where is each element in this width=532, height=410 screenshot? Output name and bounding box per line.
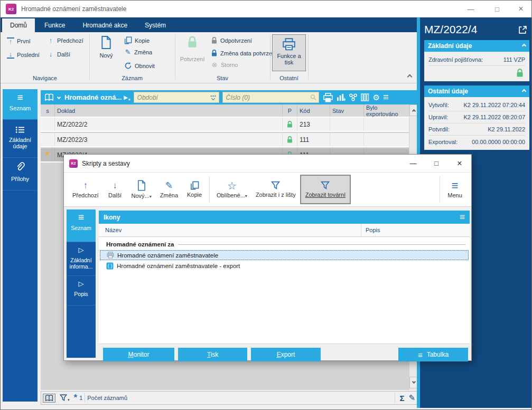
print-icon[interactable] — [323, 93, 333, 102]
caret-down-icon: ▾ — [128, 98, 130, 102]
dialog-next-button[interactable]: ↓Další — [103, 175, 127, 204]
lock-icon-blue — [211, 49, 218, 57]
column-header-s[interactable]: s — [41, 104, 55, 117]
column-header-bylo-exportovano[interactable]: Bylo exportováno — [364, 104, 409, 117]
arrow-down-bar-icon: ↓ — [7, 51, 14, 59]
list-item[interactable]: Hromadné oznámení zaměstnavatele - expor… — [100, 261, 469, 271]
copy-button[interactable]: Kopie — [124, 36, 150, 44]
share-nodes-icon[interactable] — [349, 93, 358, 101]
record-count-label: Počet záznamů — [87, 395, 127, 401]
dialog-previous-button[interactable]: ↑Předchozí — [68, 175, 103, 204]
table-row[interactable]: MZ/2022/3 111 — [41, 133, 409, 147]
table-row[interactable]: MZ/2022/2 213 — [41, 118, 409, 132]
app-logo-icon: K2 — [6, 4, 16, 14]
monitor-button[interactable]: Monitor — [103, 348, 174, 361]
dialog-close-button[interactable]: × — [448, 155, 471, 172]
arrow-down-icon: ↓ — [113, 181, 117, 190]
chevron-down-icon[interactable] — [57, 96, 61, 99]
print-button[interactable]: Tisk — [178, 348, 247, 361]
dialog-content: Ikony ≡ Název Popis Hromadné oznámení za… — [99, 211, 470, 360]
export-button[interactable]: Export — [251, 348, 321, 361]
column-header-popis[interactable]: Popis — [361, 227, 380, 233]
refresh-button[interactable]: Obnovit — [124, 62, 155, 70]
sidebar-item-seznam[interactable]: ≡ Seznam — [3, 89, 38, 120]
edit-pencil-icon[interactable]: ✎ — [408, 393, 415, 403]
column-header-nazev[interactable]: Název — [99, 224, 361, 236]
collapse-chevron-icon[interactable] — [522, 44, 526, 48]
period-filter-input[interactable] — [136, 93, 209, 102]
menu-icon: ≡ — [418, 350, 423, 359]
period-filter-field[interactable]: ••• — [134, 92, 219, 103]
dialog-show-factory-button[interactable]: Zobrazit tovární — [300, 175, 351, 204]
gear-icon[interactable]: ⚙ — [373, 93, 380, 102]
number-search-input[interactable] — [225, 93, 310, 102]
column-header-p[interactable]: P — [283, 104, 297, 117]
new-button[interactable]: Nový — [95, 35, 118, 59]
dropdown-dots-icon[interactable]: ••• — [210, 95, 216, 100]
dialog-favorites-button[interactable]: ☆Oblíbené...▾ — [212, 175, 251, 204]
dialog-show-from-bar-button[interactable]: Zobrazit i z lišty — [251, 175, 300, 204]
dialog-edit-button[interactable]: ✎Změna — [156, 175, 182, 204]
section-header-ostatni-udaje[interactable]: Ostatní údaje — [424, 85, 529, 97]
dialog-new-button[interactable]: Nový...▾ — [127, 175, 156, 204]
arrow-up-icon: ↑ — [83, 181, 88, 190]
cancel-button[interactable]: ⊗Storno — [211, 62, 238, 68]
window-titlebar: K2 Hromadné oznámení zaměstnavatele — □ … — [1, 1, 532, 17]
tab-system[interactable]: Systém — [137, 18, 174, 32]
change-confirm-date-button[interactable]: Změna data potvrzení — [211, 49, 277, 57]
dialog-toolbar: ↑Předchozí ↓Další Nový...▾ ✎Změna Kopie … — [64, 172, 471, 207]
script-icon — [106, 262, 114, 269]
column-header-stav[interactable]: Stav — [330, 104, 364, 117]
book-icon[interactable] — [44, 93, 54, 101]
grid-view-title[interactable]: Hromadné ozná... — [64, 93, 122, 101]
columns-icon[interactable] — [361, 93, 370, 101]
last-button[interactable]: ↓Poslední — [7, 51, 40, 59]
minimize-button[interactable]: — — [460, 1, 482, 17]
sum-icon[interactable]: Σ — [399, 394, 404, 403]
grid-menu-icon[interactable]: ≡ — [383, 92, 389, 103]
confirm-button[interactable]: Potvrzení — [178, 35, 207, 62]
tab-hromadne-akce[interactable]: Hromadné akce — [74, 18, 135, 32]
number-search-field[interactable] — [222, 92, 319, 103]
sidebar-item-zakladni-udaje[interactable]: Základní údaje — [3, 120, 38, 158]
dialog-copy-button[interactable]: Kopie — [182, 175, 207, 204]
maximize-button[interactable]: □ — [486, 1, 508, 17]
column-header-kod[interactable]: Kód — [297, 104, 330, 117]
first-button[interactable]: ↑První — [7, 37, 31, 45]
previous-button[interactable]: ↑Předchozí — [47, 37, 83, 44]
pencil-icon: ✎ — [165, 181, 173, 190]
next-button[interactable]: ↓Další — [47, 51, 70, 58]
dialog-sidebar-zakladni-informace[interactable]: ▷ Základní informa... — [67, 242, 96, 276]
section-header-zakladni-udaje[interactable]: Základní údaje — [424, 40, 529, 52]
dialog-maximize-button[interactable]: □ — [425, 155, 448, 172]
document-icon — [100, 35, 112, 50]
play-icon[interactable]: ▶ — [124, 94, 128, 100]
open-external-icon[interactable] — [518, 25, 527, 34]
column-header-doklad[interactable]: Doklad — [55, 104, 283, 117]
group-label-zaznam: Záznam — [89, 75, 175, 81]
edit-button[interactable]: ✎Změna — [124, 49, 152, 55]
tab-funkce[interactable]: Funkce — [36, 18, 73, 32]
dialog-sidebar-popis[interactable]: ▷ Popis — [67, 276, 96, 306]
chart-icon[interactable] — [337, 93, 346, 101]
table-button[interactable]: ≡Tabulka — [398, 348, 468, 361]
dialog-sidebar-seznam[interactable]: ≡ Seznam — [67, 209, 96, 242]
dialog-menu-button[interactable]: ≡Menu — [443, 175, 467, 204]
tab-domu[interactable]: Domů — [2, 18, 35, 32]
close-button[interactable]: × — [510, 1, 532, 17]
functions-print-button[interactable]: Funkce a tisk — [272, 34, 306, 71]
asterisk-icon[interactable]: * — [74, 393, 78, 403]
filter-icon[interactable]: ▾ — [60, 394, 70, 402]
list-item-selected[interactable]: Hromadné oznámení zaměstnavatele — [100, 250, 469, 260]
ribbon-collapse-chevron[interactable] — [407, 74, 413, 80]
field-row: Upravil:K2 29.11.2022 08:20:07 — [428, 111, 525, 123]
book-view-button[interactable] — [43, 394, 55, 403]
sidebar-item-prilohy[interactable]: Přílohy — [3, 158, 38, 190]
collapse-chevron-icon[interactable] — [522, 89, 526, 93]
unconfirm-button[interactable]: Odpotvrzení — [211, 36, 252, 44]
menu-icon[interactable]: ≡ — [460, 212, 465, 223]
copy-icon — [124, 36, 132, 44]
dialog-minimize-button[interactable]: — — [402, 155, 425, 172]
group-label-stav: Stav — [175, 75, 270, 81]
triangle-icon: ▷ — [79, 246, 84, 254]
